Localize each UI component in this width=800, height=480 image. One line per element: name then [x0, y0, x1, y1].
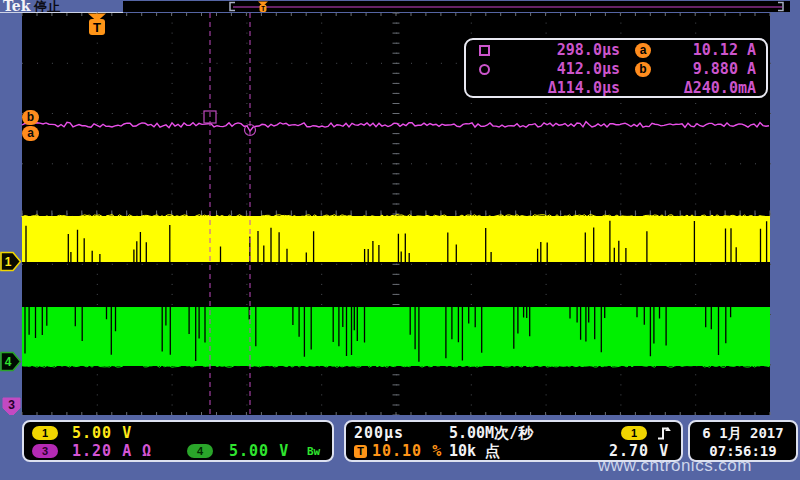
- cursor-b-circle-icon: [479, 64, 490, 75]
- sample-rate: 5.00M次/秒: [449, 424, 533, 443]
- trigger-slope-rising-icon[interactable]: [656, 425, 672, 441]
- cursor-a-row: 298.0µs a 10.12 A: [466, 41, 766, 59]
- timebase-value[interactable]: 200µs: [354, 424, 404, 442]
- cursor-a-value: 10.12 A: [666, 41, 766, 59]
- cursor-b-value: 9.880 A: [666, 60, 766, 78]
- oscilloscope-screen: Tek 停止 T T b a: [0, 0, 800, 480]
- ch1-scale[interactable]: 5.00 V: [72, 424, 132, 442]
- svg-text:4: 4: [5, 355, 12, 369]
- watermark-text: www.cntronics.com: [598, 456, 798, 476]
- ch3-scale[interactable]: 1.20 A: [72, 442, 132, 460]
- cursor-a-label: a: [27, 126, 34, 140]
- ch1-position-marker[interactable]: 1: [0, 251, 23, 272]
- ch4-trace-band: [22, 307, 770, 366]
- trigger-position-percent[interactable]: 10.10 %: [372, 442, 442, 460]
- cursor-delta-time: Δ114.0µs: [502, 79, 620, 97]
- cursor-b-row: 412.0µs b 9.880 A: [466, 60, 766, 78]
- cursor-b-tag[interactable]: b: [22, 110, 39, 125]
- cursor-delta-value: Δ240.0mA: [666, 79, 766, 97]
- cursor-readout-box: 298.0µs a 10.12 A 412.0µs b 9.880 A Δ114…: [464, 38, 768, 98]
- svg-text:T: T: [93, 20, 101, 35]
- ch3-badge[interactable]: 3: [32, 444, 58, 458]
- cursor-a-tag[interactable]: a: [22, 126, 39, 141]
- ch4-position-marker[interactable]: 4: [0, 351, 23, 372]
- cursor-a-badge: a: [635, 43, 651, 58]
- trigger-source-badge[interactable]: 1: [621, 426, 647, 440]
- ch4-badge[interactable]: 4: [187, 444, 213, 458]
- trigger-position-flag-icon[interactable]: T: [85, 13, 109, 39]
- date-value: 6 1月 2017: [690, 424, 796, 442]
- ch3-coupling[interactable]: Ω: [142, 442, 152, 460]
- svg-text:1: 1: [5, 255, 12, 269]
- svg-text:3: 3: [8, 398, 15, 412]
- ch3-trace: [22, 122, 769, 131]
- record-length: 10k 点: [449, 442, 500, 461]
- cursor-delta-row: Δ114.0µs Δ240.0mA: [466, 79, 766, 97]
- channel-settings-box[interactable]: 1 5.00 V 3 1.20 A Ω 4 5.00 V Bw: [22, 420, 334, 462]
- cursor-b-badge: b: [635, 62, 651, 77]
- cursor-b-label: b: [27, 110, 34, 124]
- trigger-position-badge: T: [354, 445, 367, 458]
- ch4-bandwidth-limit-icon: Bw: [307, 445, 320, 458]
- ch1-badge[interactable]: 1: [32, 426, 58, 440]
- ch4-scale[interactable]: 5.00 V: [229, 442, 289, 460]
- cursor-a-time: 298.0µs: [502, 41, 620, 59]
- cursor-a-square-icon: [479, 45, 490, 56]
- cursor-b-time: 412.0µs: [502, 60, 620, 78]
